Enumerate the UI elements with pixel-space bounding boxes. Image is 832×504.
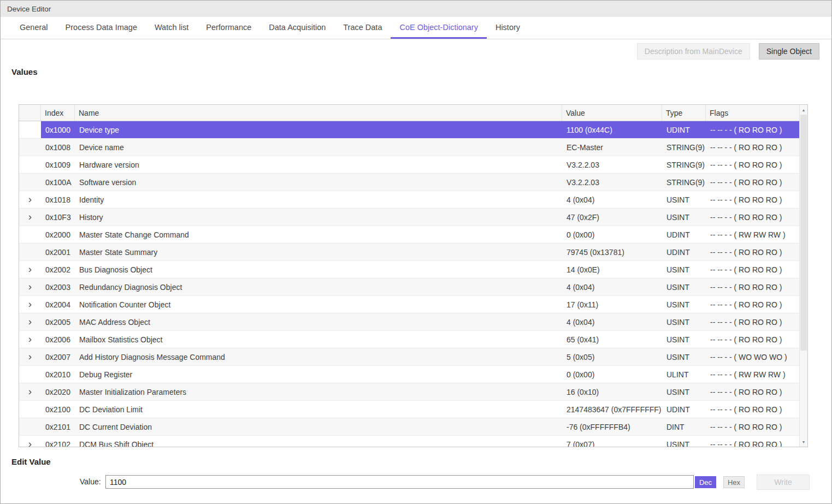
row-name: Redundancy Diagnosis Object bbox=[75, 278, 562, 295]
table-row[interactable]: ›0x1018Identity4 (0x04)USINT-- -- - - ( … bbox=[19, 191, 799, 209]
row-type: USINT bbox=[662, 261, 706, 278]
description-from-maindevice-button[interactable]: Description from MainDevice bbox=[637, 43, 750, 60]
expand-chevron-icon[interactable]: › bbox=[28, 211, 32, 222]
expand-chevron-icon[interactable]: › bbox=[28, 264, 32, 274]
column-header-value[interactable]: Value bbox=[562, 105, 662, 121]
table-row[interactable]: ›0x2102DCM Bus Shift Object7 (0x07)USINT… bbox=[19, 436, 799, 447]
row-type: UDINT bbox=[662, 244, 706, 260]
row-name: History bbox=[75, 209, 562, 226]
row-value: 2147483647 (0x7FFFFFFF) bbox=[562, 401, 662, 418]
scroll-up-icon[interactable]: ▲ bbox=[800, 105, 807, 114]
expand-chevron-icon[interactable]: › bbox=[28, 281, 32, 292]
expand-chevron-icon[interactable]: › bbox=[28, 351, 32, 361]
row-name: Master Initialization Parameters bbox=[75, 383, 562, 400]
expand-chevron-icon[interactable]: › bbox=[28, 316, 32, 327]
row-type: USINT bbox=[662, 278, 706, 295]
row-flags: -- -- - - ( RO RO RO ) bbox=[706, 174, 799, 191]
row-flags: -- -- - - ( RO RO RO ) bbox=[706, 139, 799, 156]
column-header-name[interactable]: Name bbox=[75, 105, 562, 121]
expand-chevron-icon[interactable]: › bbox=[28, 334, 32, 344]
tab-data-acquisition[interactable]: Data Acquisition bbox=[260, 17, 334, 39]
row-value: 5 (0x05) bbox=[562, 348, 662, 365]
table-row[interactable]: 0x2000Master State Change Command0 (0x00… bbox=[19, 226, 799, 244]
row-flags: -- -- - - ( RO RO RO ) bbox=[706, 278, 799, 295]
table-row[interactable]: 0x1000Device type1100 (0x44C)UDINT-- -- … bbox=[19, 121, 799, 139]
value-input[interactable] bbox=[105, 475, 694, 489]
row-value: V3.2.2.03 bbox=[562, 174, 662, 191]
single-object-button[interactable]: Single Object bbox=[759, 43, 819, 60]
table-scrollbar[interactable]: ▲ ▼ bbox=[799, 105, 807, 447]
scrollbar-thumb[interactable] bbox=[800, 115, 807, 351]
table-row[interactable]: 0x2101DC Current Deviation-76 (0xFFFFFFB… bbox=[19, 418, 799, 436]
expander-cell: › bbox=[19, 383, 41, 400]
row-name: Master State Summary bbox=[75, 244, 562, 260]
tab-trace-data[interactable]: Trace Data bbox=[334, 17, 391, 39]
row-index: 0x1000 bbox=[41, 121, 75, 138]
row-flags: -- -- - - ( RO RO RO ) bbox=[706, 331, 799, 348]
row-value: 1100 (0x44C) bbox=[562, 121, 662, 138]
table-row[interactable]: 0x1009Hardware versionV3.2.2.03STRING(9)… bbox=[19, 156, 799, 174]
table-row[interactable]: 0x2001Master State Summary79745 (0x13781… bbox=[19, 244, 799, 261]
edit-value-section-title: Edit Value bbox=[11, 457, 51, 466]
row-type: ULINT bbox=[662, 366, 706, 383]
row-index: 0x1008 bbox=[41, 139, 75, 156]
row-name: Device name bbox=[75, 139, 562, 156]
row-flags: -- -- - - ( RO RO RO ) bbox=[706, 261, 799, 278]
row-index: 0x2007 bbox=[41, 348, 75, 365]
row-type: UDINT bbox=[662, 226, 706, 243]
row-value: 4 (0x04) bbox=[562, 278, 662, 295]
row-flags: -- -- - - ( RO RO RO ) bbox=[706, 296, 799, 313]
tab-coe-object-dictionary[interactable]: CoE Object-Dictionary bbox=[391, 17, 486, 39]
row-index: 0x2102 bbox=[41, 436, 75, 447]
row-flags: -- -- - - ( RW RW RW ) bbox=[706, 226, 799, 243]
tab-process-data-image[interactable]: Process Data Image bbox=[57, 17, 146, 39]
row-flags: -- -- - - ( RW RW RW ) bbox=[706, 366, 799, 383]
value-field-label: Value: bbox=[80, 477, 101, 486]
table-row[interactable]: ›0x2002Bus Diagnosis Object14 (0x0E)USIN… bbox=[19, 261, 799, 278]
expand-chevron-icon[interactable]: › bbox=[28, 194, 32, 204]
row-index: 0x1018 bbox=[41, 191, 75, 208]
table-row[interactable]: 0x1008Device nameEC-MasterSTRING(9)-- --… bbox=[19, 139, 799, 156]
row-value: 79745 (0x13781) bbox=[562, 244, 662, 260]
row-type: STRING(9) bbox=[662, 156, 706, 173]
row-flags: -- -- - - ( RO RO RO ) bbox=[706, 244, 799, 260]
row-name: Software version bbox=[75, 174, 562, 191]
table-row[interactable]: ›0x2007Add History Diagnosis Message Com… bbox=[19, 348, 799, 366]
table-row[interactable]: 0x100ASoftware versionV3.2.2.03STRING(9)… bbox=[19, 174, 799, 191]
row-name: DC Current Deviation bbox=[75, 418, 562, 435]
hex-button[interactable]: Hex bbox=[723, 476, 745, 488]
table-row[interactable]: ›0x2004Notification Counter Object17 (0x… bbox=[19, 296, 799, 313]
edit-value-row: Value: Dec Hex Write bbox=[1, 475, 831, 491]
expand-chevron-icon[interactable]: › bbox=[28, 299, 32, 309]
table-row[interactable]: 0x2100DC Deviation Limit2147483647 (0x7F… bbox=[19, 401, 799, 418]
table-row[interactable]: ›0x2005MAC Address Object4 (0x04)USINT--… bbox=[19, 313, 799, 331]
tab-watch-list[interactable]: Watch list bbox=[146, 17, 197, 39]
table-row[interactable]: ›0x10F3History47 (0x2F)USINT-- -- - - ( … bbox=[19, 209, 799, 226]
row-name: Master State Change Command bbox=[75, 226, 562, 243]
table-row[interactable]: ›0x2006Mailbox Statistics Object65 (0x41… bbox=[19, 331, 799, 348]
expander-cell-empty bbox=[19, 226, 41, 243]
table-row[interactable]: ›0x2003Redundancy Diagnosis Object4 (0x0… bbox=[19, 278, 799, 296]
expand-chevron-icon[interactable]: › bbox=[28, 438, 32, 447]
column-header-index[interactable]: Index bbox=[41, 105, 75, 121]
row-name: Device type bbox=[75, 121, 562, 138]
column-header-flags[interactable]: Flags bbox=[706, 105, 799, 121]
row-index: 0x2003 bbox=[41, 278, 75, 295]
row-index: 0x2020 bbox=[41, 383, 75, 400]
expander-cell-empty bbox=[19, 174, 41, 191]
table-row[interactable]: ›0x2020Master Initialization Parameters1… bbox=[19, 383, 799, 401]
window-title: Device Editor bbox=[7, 5, 51, 13]
expand-chevron-icon[interactable]: › bbox=[28, 386, 32, 396]
table-row[interactable]: 0x2010Debug Register0 (0x00)ULINT-- -- -… bbox=[19, 366, 799, 383]
write-button[interactable]: Write bbox=[757, 475, 810, 490]
expander-cell: › bbox=[19, 261, 41, 278]
row-flags: -- -- - - ( RO RO RO ) bbox=[706, 313, 799, 330]
tab-performance[interactable]: Performance bbox=[197, 17, 260, 39]
scroll-down-icon[interactable]: ▼ bbox=[800, 437, 807, 446]
tab-history[interactable]: History bbox=[487, 17, 529, 39]
row-name: Bus Diagnosis Object bbox=[75, 261, 562, 278]
column-header-type[interactable]: Type bbox=[662, 105, 706, 121]
dec-button[interactable]: Dec bbox=[695, 476, 716, 488]
row-value: 4 (0x04) bbox=[562, 191, 662, 208]
tab-general[interactable]: General bbox=[11, 17, 57, 39]
